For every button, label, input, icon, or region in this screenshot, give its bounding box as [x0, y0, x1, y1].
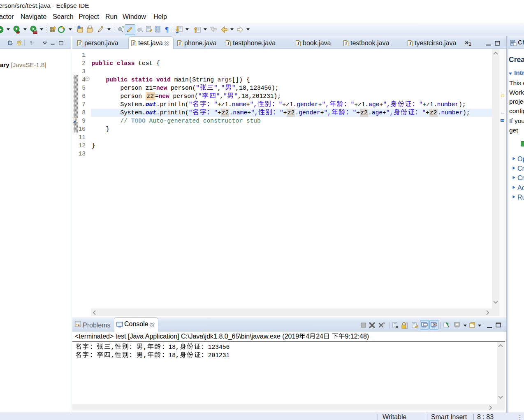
svg-text:J: J: [409, 41, 411, 46]
svg-text:J: J: [297, 41, 299, 46]
svg-text:J: J: [132, 41, 135, 46]
svg-text:J: J: [345, 41, 347, 46]
svg-text:J: J: [79, 41, 81, 46]
svg-text:J: J: [227, 41, 230, 46]
svg-text:J: J: [179, 41, 181, 46]
